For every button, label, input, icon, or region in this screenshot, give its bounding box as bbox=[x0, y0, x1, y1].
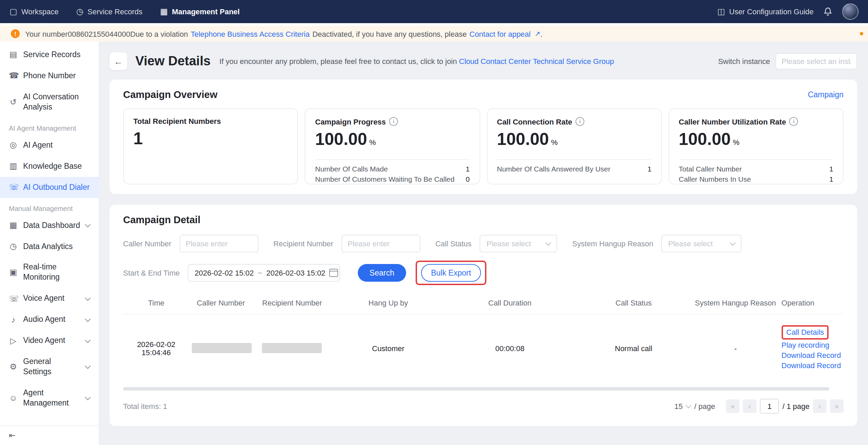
user-configuration-guide[interactable]: ◫ User Configuration Guide bbox=[717, 7, 814, 16]
stat-value: 1 bbox=[133, 130, 143, 147]
sidebar-item-voice-agent[interactable]: ☏ Voice Agent bbox=[0, 288, 99, 309]
divider bbox=[497, 159, 652, 160]
stat-sub-label: Number Of Calls Answered By User bbox=[497, 164, 611, 174]
stat-unit: % bbox=[733, 138, 739, 146]
banner-text-2: Deactivated, if you have any questions, … bbox=[312, 30, 467, 38]
stat-sub-row: Caller Numbers In Use 1 bbox=[679, 174, 834, 184]
sidebar-item-label: Audio Agent bbox=[23, 315, 65, 325]
sidebar-item-video-agent[interactable]: ▷ Video Agent bbox=[0, 330, 99, 351]
conversation-analysis-icon: ↺ bbox=[9, 98, 18, 106]
page-size-select[interactable]: 15 bbox=[674, 402, 690, 410]
total-items-label: Total items: 1 bbox=[123, 402, 167, 410]
date-range-picker[interactable]: 2026-02-02 15:02 ~ 2026-02-03 15:02 bbox=[188, 264, 340, 282]
sidebar-item-ai-outbound-dialer[interactable]: ☏ AI Outbound Dialer bbox=[0, 177, 99, 198]
cell-recipient-number bbox=[253, 314, 332, 382]
sidebar-item-realtime-monitoring[interactable]: ▣ Real-time Monitoring bbox=[0, 257, 99, 288]
sidebar-item-data-analytics[interactable]: ◷ Data Analytics bbox=[0, 236, 99, 257]
sidebar-section-ai-agent-management: AI Agent Management bbox=[0, 118, 99, 135]
download-recording-audio-link[interactable]: Download Recording Au bbox=[782, 350, 841, 361]
info-icon[interactable]: i bbox=[789, 117, 798, 126]
banner-link-contact-appeal[interactable]: Contact for appeal bbox=[469, 30, 531, 38]
nav-management-panel[interactable]: ▦ Management Panel bbox=[160, 7, 240, 16]
page-size-value: 15 bbox=[674, 402, 683, 410]
call-status-select[interactable]: Please select bbox=[480, 235, 557, 252]
sidebar-item-data-dashboard[interactable]: ▦ Data Dashboard bbox=[0, 215, 99, 236]
redacted-caller-number bbox=[192, 343, 252, 353]
hangup-reason-select[interactable]: Please select bbox=[662, 235, 742, 252]
file-text-icon: ▤ bbox=[9, 51, 18, 59]
grid-icon: ▦ bbox=[160, 7, 168, 16]
sidebar-item-ai-conversation-analysis[interactable]: ↺ AI Conversation Analysis bbox=[0, 86, 99, 118]
start-time-value: 2026-02-02 15:02 bbox=[195, 269, 254, 277]
instance-select-input[interactable] bbox=[775, 53, 857, 69]
first-page-button[interactable]: « bbox=[726, 399, 739, 413]
stat-sub-row: Number Of Calls Made 1 bbox=[315, 164, 470, 174]
sidebar-section-manual-management: Manual Management bbox=[0, 198, 99, 215]
monitoring-icon: ▣ bbox=[9, 268, 18, 277]
next-page-button[interactable]: › bbox=[813, 399, 827, 413]
hangup-reason-placeholder: Please select bbox=[668, 240, 713, 248]
sidebar-item-label: Real-time Monitoring bbox=[23, 262, 90, 283]
back-button[interactable]: ← bbox=[110, 52, 127, 70]
collapse-sidebar-icon[interactable]: ⇤ bbox=[9, 431, 16, 440]
info-icon[interactable]: i bbox=[389, 117, 398, 126]
sidebar-item-knowledge-base[interactable]: ▥ Knowledge Base bbox=[0, 155, 99, 177]
bulk-export-button[interactable]: Bulk Export bbox=[421, 264, 481, 282]
current-page-input[interactable]: 1 bbox=[760, 399, 779, 414]
caller-number-input[interactable] bbox=[180, 235, 258, 252]
recipient-number-input[interactable] bbox=[341, 235, 420, 252]
sidebar-item-general-settings[interactable]: ⚙ General Settings bbox=[0, 351, 99, 382]
cell-system-hangup-reason: - bbox=[692, 314, 779, 382]
campaign-overview-title: Campaign Overview bbox=[123, 89, 217, 100]
search-button[interactable]: Search bbox=[358, 264, 406, 282]
sidebar-item-agent-management[interactable]: ☺ Agent Management bbox=[0, 382, 99, 414]
sidebar-item-service-records[interactable]: ▤ Service Records bbox=[0, 44, 99, 65]
sidebar-item-phone-number[interactable]: ☎ Phone Number bbox=[0, 65, 99, 86]
sidebar-item-ai-agent[interactable]: ◎ AI Agent bbox=[0, 135, 99, 156]
voice-agent-icon: ☏ bbox=[9, 295, 18, 303]
stat-sub-row: Number Of Customers Waiting To Be Called… bbox=[315, 174, 470, 184]
horizontal-scrollbar[interactable] bbox=[123, 387, 829, 391]
knowledge-base-icon: ▥ bbox=[9, 162, 18, 170]
cell-hang-up-by: Customer bbox=[332, 314, 445, 382]
banner-indicator-dot[interactable] bbox=[860, 32, 863, 35]
table-row: 2026-02-02 15:04:46 Customer 00:00:08 No… bbox=[123, 314, 844, 382]
stat-card-campaign-progress: Campaign Progress i 100.00 % Number Of C… bbox=[305, 108, 480, 184]
analytics-icon: ◷ bbox=[9, 242, 18, 250]
download-recording-text-link[interactable]: Download Recording Te bbox=[782, 361, 841, 371]
call-details-link[interactable]: Call Details bbox=[786, 328, 824, 336]
sidebar-item-audio-agent[interactable]: ♪ Audio Agent bbox=[0, 309, 99, 330]
topbar-right: ◫ User Configuration Guide bbox=[717, 3, 858, 20]
last-page-button[interactable]: » bbox=[830, 399, 844, 413]
chevron-down-icon bbox=[85, 295, 91, 301]
stat-sub-label: Number Of Customers Waiting To Be Called bbox=[315, 174, 455, 184]
redacted-recipient-number bbox=[262, 343, 322, 353]
nav-workspace[interactable]: ▢ Workspace bbox=[10, 7, 59, 16]
campaign-detail-title: Campaign Detail bbox=[123, 214, 200, 225]
filter-row-2: Start & End Time 2026-02-02 15:02 ~ 2026… bbox=[123, 261, 844, 285]
workspace-icon: ▢ bbox=[10, 7, 17, 16]
filter-row-1: Caller Number Recipient Number Call Stat… bbox=[123, 235, 844, 252]
banner-link-access-criteria[interactable]: Telephone Business Access Criteria bbox=[191, 30, 310, 38]
cell-operations: Call Details Play recording Download Rec… bbox=[779, 314, 844, 382]
user-avatar[interactable] bbox=[842, 3, 858, 20]
info-icon[interactable]: i bbox=[575, 117, 584, 126]
warning-icon: ! bbox=[11, 29, 20, 38]
switch-instance-label: Switch instance bbox=[718, 57, 770, 65]
play-recording-link[interactable]: Play recording bbox=[782, 340, 841, 350]
nav-service-records[interactable]: ◷ Service Records bbox=[76, 7, 142, 16]
sidebar-item-label: Voice Agent bbox=[23, 294, 65, 304]
phone-icon: ☎ bbox=[9, 72, 18, 80]
clock-icon: ◷ bbox=[76, 7, 83, 16]
bell-icon[interactable] bbox=[823, 7, 833, 16]
divider bbox=[679, 159, 834, 160]
campaign-link[interactable]: Campaign bbox=[808, 90, 844, 99]
main-content: ← View Details If you encounter any prob… bbox=[99, 42, 868, 445]
pagination: 15 / page « ‹ 1 / 1 page › » bbox=[674, 399, 844, 414]
previous-page-button[interactable]: ‹ bbox=[743, 399, 756, 413]
cell-time: 2026-02-02 15:04:46 bbox=[123, 314, 189, 382]
stat-sub-row: Total Caller Number 1 bbox=[679, 164, 834, 174]
guide-book-icon: ◫ bbox=[717, 7, 725, 16]
stat-value: 100.00 bbox=[315, 131, 367, 148]
technical-service-group-link[interactable]: Cloud Contact Center Technical Service G… bbox=[459, 57, 614, 65]
